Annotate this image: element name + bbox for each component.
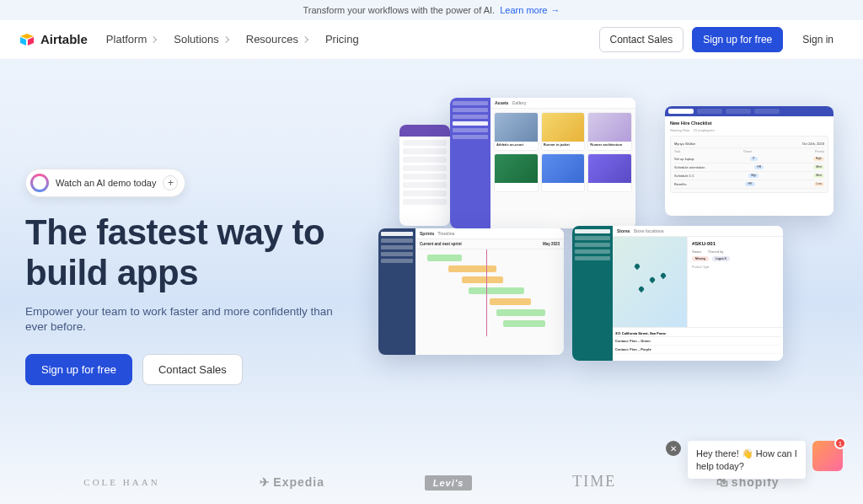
logo-levis: Levi's	[425, 475, 473, 489]
chat-message[interactable]: Hey there! 👋 How can I help today?	[688, 441, 806, 479]
signup-button[interactable]: Sign up for free	[692, 27, 783, 52]
expedia-icon: ✈	[260, 475, 271, 489]
ai-sparkle-icon	[30, 174, 49, 192]
hero-subtitle: Empower your team to work faster and mor…	[25, 304, 346, 336]
ai-demo-pill[interactable]: Watch an AI demo today +	[25, 169, 185, 197]
banner-text: Transform your workflows with the power …	[303, 5, 496, 15]
chat-widget: ✕ Hey there! 👋 How can I help today? 1	[666, 441, 843, 479]
signin-button[interactable]: Sign in	[791, 27, 844, 52]
chat-close-button[interactable]: ✕	[666, 441, 681, 456]
main-nav: Airtable Platform Solutions Resources Pr…	[0, 20, 863, 59]
nav-platform[interactable]: Platform	[106, 33, 157, 46]
chevron-right-icon	[222, 36, 229, 43]
hero-title: The fastest way to build apps	[25, 212, 863, 294]
brand-name: Airtable	[40, 32, 88, 46]
logo-colehaan: COLE HAAN	[83, 477, 159, 487]
logo-time: TIME	[572, 473, 616, 491]
plus-icon: +	[163, 175, 178, 190]
nav-solutions[interactable]: Solutions	[174, 33, 228, 46]
hero-section: Watch an AI demo today + The fastest way…	[0, 59, 863, 385]
airtable-logo-icon	[19, 31, 35, 48]
announcement-banner: Transform your workflows with the power …	[0, 0, 863, 20]
chevron-right-icon	[150, 36, 157, 43]
hero-signup-button[interactable]: Sign up for free	[25, 354, 132, 385]
nav-pricing[interactable]: Pricing	[325, 33, 359, 46]
brand-logo[interactable]: Airtable	[19, 31, 88, 48]
nav-actions: Contact Sales Sign up for free Sign in	[599, 27, 844, 52]
chevron-right-icon	[302, 36, 308, 43]
hero-ctas: Sign up for free Contact Sales	[25, 354, 863, 385]
nav-resources[interactable]: Resources	[246, 33, 308, 46]
arrow-right-icon: →	[550, 5, 560, 15]
hero-contact-button[interactable]: Contact Sales	[142, 354, 243, 385]
chat-notification-badge: 1	[834, 437, 846, 449]
chat-avatar[interactable]: 1	[812, 441, 843, 471]
banner-learn-more-link[interactable]: Learn more→	[500, 5, 560, 15]
nav-links: Platform Solutions Resources Pricing	[106, 33, 599, 46]
demo-pill-label: Watch an AI demo today	[56, 178, 156, 188]
contact-sales-button[interactable]: Contact Sales	[599, 27, 684, 52]
logo-expedia: ✈Expedia	[260, 475, 324, 489]
